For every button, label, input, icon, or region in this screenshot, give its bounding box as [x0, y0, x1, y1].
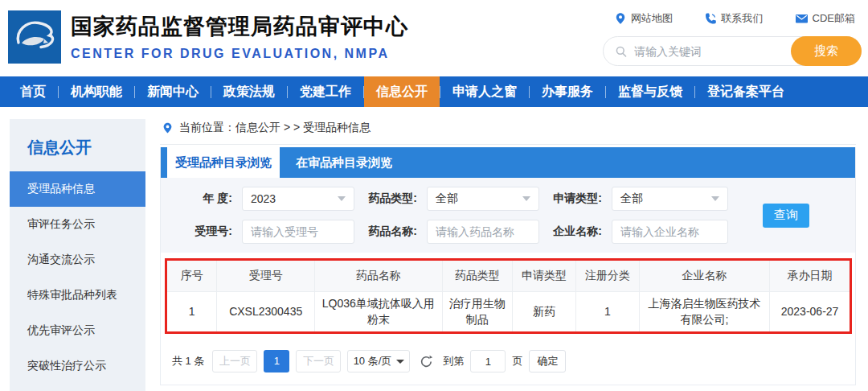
company-name-label: 企业名称: [553, 224, 612, 239]
tab-bar: 受理品种目录浏览 在审品种目录浏览 [161, 147, 855, 178]
site-header: 国家药品监督管理局药品审评中心 CENTER FOR DRUG EVALUATI… [0, 0, 868, 76]
filter-panel: 年 度: 2023 药品类型: 全部 申请类型: 全部 [161, 178, 855, 253]
nav-item-party[interactable]: 党建工作 [288, 76, 363, 107]
nav-item-news[interactable]: 新闻中心 [135, 76, 211, 107]
site-title-block: 国家药品监督管理局药品审评中心 CENTER FOR DRUG EVALUATI… [71, 12, 408, 61]
sidebar-item-breakthrough-therapy[interactable]: 突破性治疗公示 [10, 348, 145, 384]
query-button[interactable]: 查询 [763, 204, 809, 228]
contact-link[interactable]: 联系我们 [704, 11, 763, 26]
content-box: 受理品种目录浏览 在审品种目录浏览 年 度: 2023 药品类型: 全部 申请类… [160, 147, 856, 385]
col-header-company: 企业名称 [639, 261, 769, 291]
pagination: 共 1 条 上一页 1 下一页 10 条/页 到第 页 确定 [161, 341, 855, 385]
confirm-button[interactable]: 确定 [529, 350, 566, 372]
chevron-down-icon [711, 196, 719, 201]
nav-item-home[interactable]: 首页 [8, 76, 58, 107]
goto-page-input[interactable] [470, 350, 506, 372]
nav-item-supervision[interactable]: 监督与反馈 [606, 76, 694, 107]
sidebar-item-priority-review[interactable]: 优先审评公示 [10, 313, 145, 348]
col-header-acceptance-no: 受理号 [217, 261, 314, 291]
header-right: 网站地图 联系我们 CDE邮箱 搜索 [603, 11, 862, 66]
quick-links: 网站地图 联系我们 CDE邮箱 [603, 11, 862, 26]
sidebar-item-special-approval[interactable]: 特殊审批品种列表 [10, 278, 145, 313]
apply-type-label: 申请类型: [553, 191, 612, 206]
drug-type-label: 药品类型: [368, 191, 427, 206]
sidebar-item-communication[interactable]: 沟通交流公示 [10, 242, 145, 278]
main-nav: 首页 机构职能 新闻中心 政策法规 党建工作 信息公开 申请人之窗 办事服务 监… [0, 76, 868, 107]
page-size-select[interactable]: 10 条/页 [347, 350, 410, 372]
page-body: 信息公开 受理品种信息 审评任务公示 沟通交流公示 特殊审批品种列表 优先审评公… [0, 119, 868, 391]
drug-name-input[interactable] [427, 220, 539, 244]
col-header-drug-name: 药品名称 [314, 261, 442, 291]
apply-type-select-value: 全部 [620, 191, 643, 206]
drug-type-select[interactable]: 全部 [427, 187, 539, 211]
phone-icon [704, 12, 717, 25]
year-select[interactable]: 2023 [242, 187, 354, 211]
goto-unit-label: 页 [512, 354, 522, 368]
sidebar: 信息公开 受理品种信息 审评任务公示 沟通交流公示 特殊审批品种列表 优先审评公… [10, 119, 145, 391]
search-area: 搜索 [603, 36, 862, 66]
cde-logo [8, 10, 61, 64]
next-page-button[interactable]: 下一页 [296, 350, 341, 372]
cell-acceptance-no: CXSL2300435 [217, 291, 314, 331]
page-size-value: 10 条/页 [354, 354, 392, 368]
breadcrumb-text: 当前位置：信息公开 > > 受理品种信息 [179, 121, 371, 135]
results-table-annotation: 序号 受理号 药品名称 药品类型 申请类型 注册分类 企业名称 承办日期 1 [165, 258, 852, 334]
goto-label: 到第 [443, 354, 464, 368]
site-subtitle: CENTER FOR DRUG EVALUATION, NMPA [71, 47, 408, 61]
map-pin-icon [614, 12, 627, 25]
drug-type-select-value: 全部 [436, 191, 458, 206]
refresh-icon[interactable] [420, 355, 433, 368]
mail-icon [795, 12, 809, 25]
nav-item-registration-platform[interactable]: 登记备案平台 [695, 76, 796, 107]
total-count: 共 1 条 [172, 354, 204, 368]
year-select-value: 2023 [251, 192, 276, 205]
sidebar-item-accepted-varieties[interactable]: 受理品种信息 [10, 171, 145, 207]
sidebar-item-review-tasks[interactable]: 审评任务公示 [10, 207, 145, 242]
nav-item-policy[interactable]: 政策法规 [211, 76, 287, 107]
location-pin-icon [162, 121, 174, 134]
contact-label: 联系我们 [721, 11, 763, 26]
breadcrumb: 当前位置：信息公开 > > 受理品种信息 [160, 119, 856, 145]
nav-item-applicant-window[interactable]: 申请人之窗 [440, 76, 529, 107]
page-number-button[interactable]: 1 [264, 350, 289, 372]
year-label: 年 度: [203, 191, 242, 206]
chevron-down-icon [396, 360, 404, 364]
cell-drug-name: LQ036单域抗体吸入用粉末 [314, 291, 442, 331]
chevron-down-icon [338, 196, 346, 201]
nav-item-services[interactable]: 办事服务 [530, 76, 605, 107]
prev-page-button[interactable]: 上一页 [212, 350, 257, 372]
apply-type-select[interactable]: 全部 [612, 187, 728, 211]
site-title: 国家药品监督管理局药品审评中心 [71, 12, 408, 41]
nav-item-info-disclosure[interactable]: 信息公开 [364, 76, 440, 107]
sidebar-title: 信息公开 [10, 132, 145, 171]
table-header-row: 序号 受理号 药品名称 药品类型 申请类型 注册分类 企业名称 承办日期 [167, 261, 850, 291]
cell-company: 上海洛启生物医药技术有限公司; [639, 291, 769, 331]
col-header-reg-class: 注册分类 [576, 261, 640, 291]
mailbox-link[interactable]: CDE邮箱 [795, 11, 855, 26]
col-header-drug-type: 药品类型 [442, 261, 512, 291]
chevron-down-icon [522, 196, 530, 201]
cell-reg-class: 1 [576, 291, 640, 331]
col-header-date: 承办日期 [770, 261, 850, 291]
logo-swirl-icon [8, 10, 61, 64]
acceptance-no-input[interactable] [242, 220, 354, 244]
cell-drug-type: 治疗用生物制品 [442, 291, 512, 331]
main-content: 当前位置：信息公开 > > 受理品种信息 受理品种目录浏览 在审品种目录浏览 年… [160, 119, 856, 385]
search-input[interactable] [634, 45, 771, 58]
sidebar-item-three-in-one[interactable]: 三合一序列公示 [10, 384, 145, 391]
tab-under-review-catalog[interactable]: 在审品种目录浏览 [288, 147, 400, 178]
drug-name-label: 药品名称: [368, 224, 427, 239]
cell-date: 2023-06-27 [770, 291, 850, 331]
acceptance-no-label: 受理号: [194, 224, 242, 239]
search-button[interactable]: 搜索 [791, 36, 862, 66]
search-icon [615, 45, 628, 58]
table-row[interactable]: 1 CXSL2300435 LQ036单域抗体吸入用粉末 治疗用生物制品 新药 … [167, 291, 850, 331]
company-name-input[interactable] [612, 220, 728, 244]
nav-item-functions[interactable]: 机构职能 [59, 76, 134, 107]
tab-accepted-catalog[interactable]: 受理品种目录浏览 [167, 147, 280, 178]
sitemap-label: 网站地图 [631, 11, 673, 26]
cell-apply-type: 新药 [513, 291, 576, 331]
cell-seq: 1 [167, 291, 217, 331]
col-header-apply-type: 申请类型 [513, 261, 576, 291]
sitemap-link[interactable]: 网站地图 [614, 11, 673, 26]
